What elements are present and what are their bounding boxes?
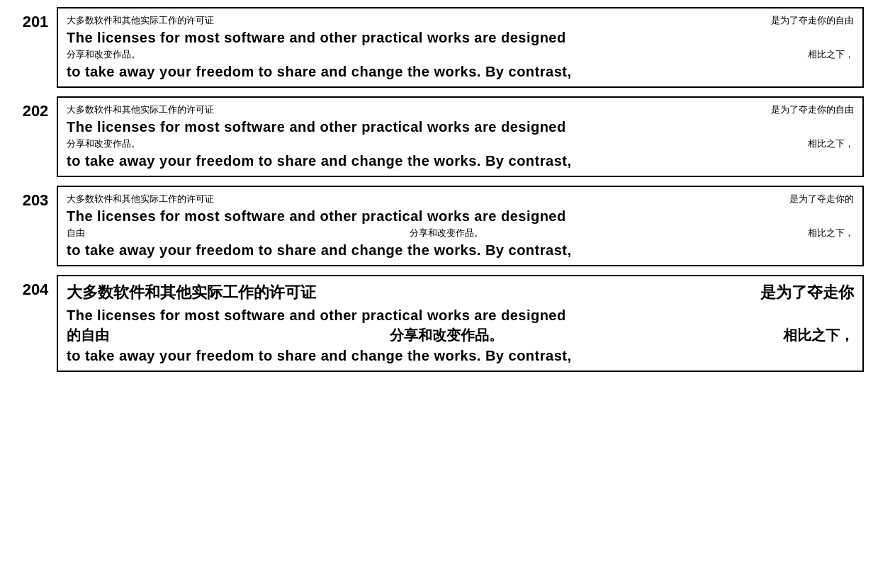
entry-row-201: 201 大多数软件和其他实际工作的许可证 是为了夺走你的自由 The licen… [14,7,864,88]
chinese-mid-left-201: 分享和改变作品。 [67,48,140,61]
chinese-line-204-top: 大多数软件和其他实际工作的许可证 是为了夺走你 [67,282,854,303]
entry-box-204: 大多数软件和其他实际工作的许可证 是为了夺走你 The licenses for… [57,275,864,372]
entry-row-202: 202 大多数软件和其他实际工作的许可证 是为了夺走你的自由 The licen… [14,96,864,177]
chinese-mid-right-204: 相比之下， [783,326,854,345]
chinese-right-201: 是为了夺走你的自由 [771,14,854,27]
english-line1-203: The licenses for most software and other… [67,207,854,225]
chinese-mid-right-202: 相比之下， [808,137,854,150]
chinese-left-203: 大多数软件和其他实际工作的许可证 [67,193,214,205]
page-container: 201 大多数软件和其他实际工作的许可证 是为了夺走你的自由 The licen… [14,7,864,372]
chinese-left-204: 大多数软件和其他实际工作的许可证 [67,282,316,303]
chinese-right-203: 是为了夺走你的 [789,193,854,205]
entry-number-202: 202 [14,96,57,120]
chinese-mid-right-203: 相比之下， [808,227,854,239]
entry-number-203: 203 [14,186,57,210]
chinese-right-204: 是为了夺走你 [760,282,854,303]
mixed-line-202: 分享和改变作品。 相比之下， [67,137,854,150]
chinese-line-203-top: 大多数软件和其他实际工作的许可证 是为了夺走你的 [67,193,854,205]
english-line2-203: to take away your freedom to share and c… [67,241,854,259]
english-line2-204: to take away your freedom to share and c… [67,346,854,365]
chinese-mid-right-201: 相比之下， [808,48,854,61]
entry-box-201: 大多数软件和其他实际工作的许可证 是为了夺走你的自由 The licenses … [57,7,864,88]
english-line2-201: to take away your freedom to share and c… [67,62,854,81]
mixed-line-201: 分享和改变作品。 相比之下， [67,48,854,61]
entry-row-203: 203 大多数软件和其他实际工作的许可证 是为了夺走你的 The license… [14,186,864,266]
entry-box-202: 大多数软件和其他实际工作的许可证 是为了夺走你的自由 The licenses … [57,96,864,177]
chinese-left-201: 大多数软件和其他实际工作的许可证 [67,14,214,27]
english-line1-201: The licenses for most software and other… [67,28,854,47]
entry-number-204: 204 [14,275,57,299]
chinese-mid-center-203: 分享和改变作品。 [410,227,483,239]
mixed-line-204: 的自由 分享和改变作品。 相比之下， [67,326,854,345]
chinese-line-202-top: 大多数软件和其他实际工作的许可证 是为了夺走你的自由 [67,103,854,116]
english-line1-204: The licenses for most software and other… [67,306,854,324]
entry-row-204: 204 大多数软件和其他实际工作的许可证 是为了夺走你 The licenses… [14,275,864,372]
chinese-mid-center-204: 分享和改变作品。 [390,326,503,345]
chinese-left-202: 大多数软件和其他实际工作的许可证 [67,103,214,116]
mixed-line-203: 自由 分享和改变作品。 相比之下， [67,227,854,239]
english-line2-202: to take away your freedom to share and c… [67,152,854,170]
chinese-line-201-top: 大多数软件和其他实际工作的许可证 是为了夺走你的自由 [67,14,854,27]
chinese-mid-left-202: 分享和改变作品。 [67,137,140,150]
english-line1-202: The licenses for most software and other… [67,118,854,136]
entry-box-203: 大多数软件和其他实际工作的许可证 是为了夺走你的 The licenses fo… [57,186,864,266]
entry-number-201: 201 [14,7,57,31]
chinese-mid-left1-203: 自由 [67,227,85,239]
chinese-mid-left-204: 的自由 [67,326,109,345]
chinese-right-202: 是为了夺走你的自由 [771,103,854,116]
